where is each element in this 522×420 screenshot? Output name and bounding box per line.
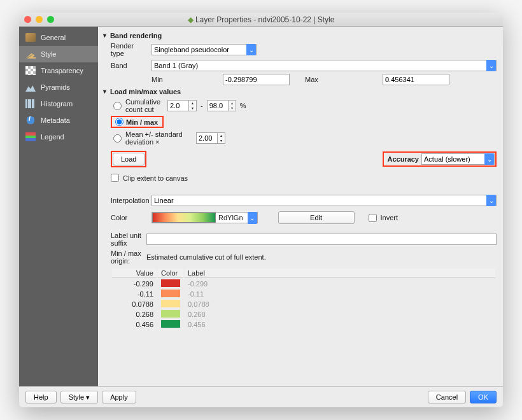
- apply-button[interactable]: Apply: [102, 391, 136, 403]
- cell-label: -0.299: [185, 279, 495, 288]
- table-row[interactable]: 0.456 0.456: [112, 320, 495, 329]
- cell-label: 0.268: [185, 310, 495, 319]
- sidebar-item-general[interactable]: General: [19, 29, 98, 46]
- cancel-button[interactable]: Cancel: [428, 391, 466, 403]
- label-minmax-origin: Min / max origin:: [111, 249, 143, 265]
- band-select[interactable]: Band 1 (Gray): [152, 60, 497, 71]
- interpolation-select[interactable]: Linear: [152, 195, 497, 206]
- spinner[interactable]: ▴▾: [218, 132, 225, 144]
- label-accuracy: Accuracy: [384, 155, 421, 163]
- cell-value: -0.299: [112, 279, 157, 288]
- info-icon: [25, 116, 36, 125]
- sidebar-item-label: Transparency: [41, 67, 83, 74]
- cell-color: [158, 300, 183, 309]
- histogram-icon: [25, 99, 36, 108]
- brush-icon: [25, 50, 36, 59]
- label-band: Band: [111, 62, 148, 69]
- radio-minmax[interactable]: [115, 118, 123, 126]
- close-icon[interactable]: [24, 16, 31, 23]
- sidebar-item-label: Style: [41, 50, 56, 58]
- cum-lo-input[interactable]: [167, 100, 189, 111]
- wrench-icon: [25, 33, 36, 42]
- label-suffix-input[interactable]: [146, 234, 497, 245]
- table-row[interactable]: -0.11 -0.11: [112, 290, 495, 298]
- min-input[interactable]: [223, 74, 290, 85]
- spinner[interactable]: ▴▾: [229, 100, 236, 111]
- checker-icon: [25, 66, 36, 75]
- cell-color: [158, 310, 183, 319]
- window-title: ◆ Layer Properties - ndvi2005-10-22 | St…: [19, 15, 503, 24]
- table-row[interactable]: 0.268 0.268: [112, 310, 495, 319]
- label-max: Max: [305, 76, 327, 83]
- label-clip: Clip extent to canvas: [123, 174, 188, 182]
- cell-value: -0.11: [112, 290, 157, 298]
- col-value: Value: [112, 269, 157, 278]
- help-button[interactable]: Help: [25, 391, 57, 403]
- clip-extent-checkbox[interactable]: [111, 174, 119, 182]
- minimize-icon[interactable]: [36, 16, 43, 23]
- window-controls: [24, 16, 54, 23]
- sidebar-item-label: Histogram: [41, 100, 73, 108]
- stddev-input[interactable]: [196, 132, 218, 144]
- cum-hi-input[interactable]: [207, 100, 229, 111]
- cell-color: [158, 320, 183, 329]
- cell-value: 0.456: [112, 320, 157, 329]
- highlight-minmax: Min / max: [111, 116, 164, 128]
- cell-label: 0.456: [185, 320, 495, 329]
- section-band-rendering[interactable]: Band rendering: [102, 31, 497, 41]
- sidebar-item-label: Legend: [41, 133, 64, 141]
- sidebar-item-transparency[interactable]: Transparency: [19, 62, 98, 79]
- highlight-load: Load: [111, 151, 146, 167]
- radio-stddev[interactable]: [113, 134, 122, 143]
- label-invert: Invert: [381, 214, 399, 221]
- color-table[interactable]: Value Color Label -0.299 -0.299-0.11 -0.…: [111, 267, 497, 330]
- pyramids-icon: [25, 83, 36, 92]
- highlight-accuracy: Accuracy Actual (slower): [383, 151, 497, 167]
- max-input[interactable]: [383, 74, 449, 85]
- table-row[interactable]: 0.0788 0.0788: [112, 300, 495, 309]
- sidebar-item-label: Metadata: [41, 116, 70, 124]
- titlebar: ◆ Layer Properties - ndvi2005-10-22 | St…: [19, 13, 503, 27]
- sidebar-item-label: General: [41, 34, 66, 41]
- minmax-origin-value: Estimated cumulative cut of full extent.: [146, 253, 266, 261]
- table-row[interactable]: -0.299 -0.299: [112, 279, 495, 288]
- section-load-minmax[interactable]: Load min/max values: [102, 87, 497, 97]
- accuracy-select[interactable]: Actual (slower): [421, 153, 495, 165]
- legend-icon: [25, 132, 36, 141]
- label-render-type: Render type: [111, 42, 148, 57]
- zoom-icon[interactable]: [47, 16, 54, 23]
- sidebar-item-legend[interactable]: Legend: [19, 129, 98, 145]
- cell-color: [158, 279, 183, 288]
- edit-button[interactable]: Edit: [278, 211, 355, 224]
- ok-button[interactable]: OK: [470, 391, 497, 403]
- cell-label: -0.11: [185, 290, 495, 298]
- cell-value: 0.268: [112, 310, 157, 319]
- label-interpolation: Interpolation: [111, 197, 148, 204]
- dialog-window: ◆ Layer Properties - ndvi2005-10-22 | St…: [19, 13, 503, 407]
- col-label: Label: [185, 269, 495, 278]
- sidebar-item-histogram[interactable]: Histogram: [19, 95, 98, 112]
- cell-label: 0.0788: [185, 300, 495, 309]
- sidebar-item-metadata[interactable]: Metadata: [19, 112, 98, 129]
- spinner[interactable]: ▴▾: [189, 100, 197, 111]
- sidebar-item-style[interactable]: Style: [19, 46, 98, 62]
- label-stddev: Mean +/- standard deviation ×: [125, 130, 192, 146]
- cell-value: 0.0788: [112, 300, 157, 309]
- label-min: Min: [152, 76, 180, 83]
- invert-checkbox[interactable]: [369, 214, 377, 222]
- label-minmax: Min / max: [126, 118, 162, 126]
- cell-color: [158, 290, 183, 298]
- style-menu-button[interactable]: Style ▾: [60, 391, 99, 403]
- load-button[interactable]: Load: [113, 153, 145, 165]
- sidebar-item-pyramids[interactable]: Pyramids: [19, 79, 98, 95]
- radio-cumulative-cut[interactable]: [113, 102, 122, 110]
- render-type-select[interactable]: Singleband pseudocolor: [152, 44, 257, 55]
- sidebar: General Style Transparency Pyramids Hist…: [19, 27, 98, 386]
- label-cumulative-cut: Cumulative count cut: [125, 98, 164, 113]
- label-color: Color: [111, 214, 148, 221]
- gradient-preview: [152, 213, 216, 223]
- sidebar-item-label: Pyramids: [41, 83, 70, 91]
- label-unit-suffix: Label unit suffix: [111, 232, 143, 247]
- dialog-footer: Help Style ▾ Apply Cancel OK: [19, 386, 503, 407]
- content-panel: Band rendering Render type Singleband ps…: [98, 27, 503, 386]
